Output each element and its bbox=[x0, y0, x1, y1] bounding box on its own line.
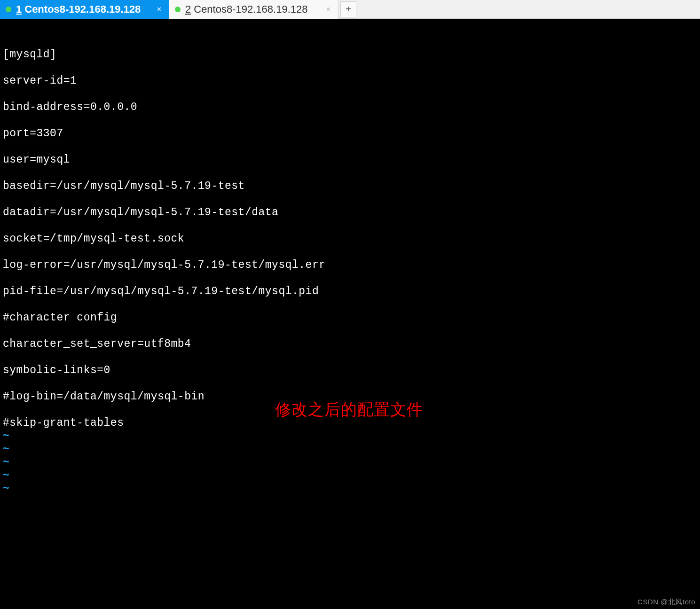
terminal-line bbox=[3, 62, 697, 75]
close-icon[interactable]: × bbox=[324, 4, 332, 15]
tab-bar: 1 Centos8-192.168.19.128 × 2 Centos8-192… bbox=[0, 0, 700, 19]
tab-label: Centos8-192.168.19.128 bbox=[194, 3, 318, 16]
close-icon[interactable]: × bbox=[155, 4, 163, 15]
terminal-line: socket=/tmp/mysql-test.sock bbox=[3, 233, 697, 246]
terminal-line: user=mysql bbox=[3, 154, 697, 167]
tab-1[interactable]: 1 Centos8-192.168.19.128 × bbox=[0, 0, 169, 19]
terminal-line: port=3307 bbox=[3, 127, 697, 141]
terminal-line bbox=[3, 193, 697, 206]
terminal-line bbox=[3, 114, 697, 127]
annotation-text: 修改之后的配置文件 bbox=[275, 400, 423, 420]
vim-empty-line: ~ bbox=[3, 483, 697, 496]
terminal-line: #character config bbox=[3, 312, 697, 325]
terminal-line bbox=[3, 351, 697, 364]
new-tab-button[interactable]: + bbox=[340, 1, 356, 17]
terminal-line: basedir=/usr/mysql/mysql-5.7.19-test bbox=[3, 180, 697, 193]
tab-number: 1 bbox=[16, 3, 22, 16]
tab-number: 2 bbox=[185, 3, 191, 16]
terminal-line: [mysqld] bbox=[3, 48, 697, 62]
tab-label: Centos8-192.168.19.128 bbox=[24, 3, 149, 16]
status-dot-icon bbox=[6, 7, 11, 12]
terminal-line bbox=[3, 141, 697, 154]
terminal-line: symbolic-links=0 bbox=[3, 364, 697, 377]
terminal-line bbox=[3, 325, 697, 338]
terminal-line: log-error=/usr/mysql/mysql-5.7.19-test/m… bbox=[3, 259, 697, 272]
terminal-line: datadir=/usr/mysql/mysql-5.7.19-test/dat… bbox=[3, 206, 697, 219]
terminal-line: bind-address=0.0.0.0 bbox=[3, 101, 697, 114]
terminal-line: server-id=1 bbox=[3, 75, 697, 88]
tab-2[interactable]: 2 Centos8-192.168.19.128 × bbox=[169, 0, 338, 19]
terminal-line bbox=[3, 167, 697, 180]
status-dot-icon bbox=[175, 7, 181, 12]
plus-icon: + bbox=[346, 4, 351, 15]
vim-empty-line: ~ bbox=[3, 469, 697, 483]
terminal-line bbox=[3, 246, 697, 259]
terminal-line bbox=[3, 272, 697, 285]
terminal-line bbox=[3, 377, 697, 390]
terminal-line bbox=[3, 88, 697, 101]
vim-empty-line: ~ bbox=[3, 456, 697, 469]
terminal-line bbox=[3, 219, 697, 233]
terminal-content: [mysqld] server-id=1 bind-address=0.0.0.… bbox=[3, 48, 697, 496]
vim-empty-line: ~ bbox=[3, 430, 697, 443]
vim-empty-line: ~ bbox=[3, 443, 697, 456]
terminal-line bbox=[3, 298, 697, 312]
terminal-line: pid-file=/usr/mysql/mysql-5.7.19-test/my… bbox=[3, 285, 697, 298]
terminal-editor[interactable]: [mysqld] server-id=1 bind-address=0.0.0.… bbox=[0, 19, 700, 609]
terminal-line: character_set_server=utf8mb4 bbox=[3, 338, 697, 351]
watermark: CSDN @北风toto bbox=[637, 598, 695, 606]
